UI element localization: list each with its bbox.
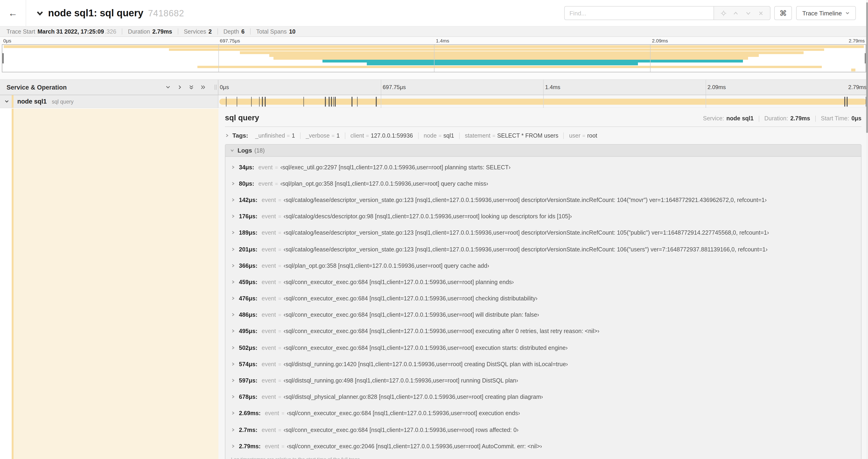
scrollbar-track[interactable] bbox=[866, 0, 868, 459]
log-row[interactable]: 459μs:event=‹sql/conn_executor_exec.go:6… bbox=[225, 273, 861, 290]
log-marker bbox=[262, 97, 263, 106]
timeline-header: Service & Operation 0μs697.75μs1.4ms2.09… bbox=[0, 79, 868, 95]
log-marker bbox=[847, 97, 847, 106]
start-time-label: Start Time: bbox=[821, 115, 849, 122]
tag-item: user=root bbox=[563, 132, 602, 139]
next-match-icon[interactable] bbox=[745, 10, 751, 16]
log-row[interactable]: 80μs:event=‹sql/plan_opt.go:358 [nsql1,c… bbox=[225, 175, 861, 191]
log-row[interactable]: 678μs:event=‹sql/distsql_physical_planne… bbox=[225, 388, 861, 405]
log-row[interactable]: 366μs:event=‹sql/plan_opt.go:358 [nsql1,… bbox=[225, 257, 861, 273]
tags-section[interactable]: Tags: _unfinished=1_verbose=1client=127.… bbox=[225, 131, 862, 139]
find-tools bbox=[714, 6, 771, 20]
log-row[interactable]: 486μs:event=‹sql/conn_executor_exec.go:6… bbox=[225, 306, 861, 323]
scrollbar-thumb[interactable] bbox=[866, 2, 868, 133]
span-collapse-toggle[interactable] bbox=[4, 99, 9, 104]
minimap-left-scrubber[interactable] bbox=[2, 53, 3, 63]
log-marker bbox=[237, 97, 237, 106]
timeline-ruler: 0μs697.75μs1.4ms2.09ms2.79ms bbox=[218, 80, 868, 95]
log-row[interactable]: 574μs:event=‹sql/distsql_running.go:1420… bbox=[225, 356, 861, 372]
tick-label: 1.4ms bbox=[545, 84, 560, 91]
log-marker bbox=[329, 97, 330, 106]
tick-label: 0μs bbox=[220, 84, 229, 91]
chevron-right-icon bbox=[231, 294, 235, 302]
column-resize-grip[interactable] bbox=[215, 85, 217, 90]
detail-indent-column bbox=[0, 109, 218, 459]
span-operation-name: sql query bbox=[52, 99, 73, 104]
tick-label: 697.75μs bbox=[220, 38, 240, 43]
minimap-zone: 0μs697.75μs1.4ms2.09ms2.79ms bbox=[0, 37, 868, 79]
duration-value: 2.79ms bbox=[790, 115, 810, 122]
chevron-right-icon bbox=[231, 376, 235, 384]
chevron-right-icon bbox=[231, 442, 235, 450]
summary-item: Depth6 bbox=[223, 28, 245, 35]
find-group bbox=[564, 6, 771, 20]
prev-match-icon[interactable] bbox=[733, 10, 739, 16]
log-row[interactable]: 2.7ms:event=‹sql/conn_executor_exec.go:6… bbox=[225, 421, 861, 437]
selected-span-highlight bbox=[13, 109, 218, 459]
log-marker bbox=[265, 97, 266, 106]
logs-footnote: Log timestamps are relative to the start… bbox=[225, 454, 861, 459]
chevron-right-icon bbox=[231, 245, 235, 253]
collapse-all-icon[interactable] bbox=[165, 85, 171, 90]
minimap-canvas[interactable] bbox=[2, 44, 866, 72]
locate-icon[interactable] bbox=[720, 10, 726, 16]
service-operation-header: Service & Operation bbox=[0, 80, 218, 95]
log-row[interactable]: 495μs:event=‹sql/conn_executor_exec.go:6… bbox=[225, 323, 861, 339]
log-marker bbox=[333, 97, 334, 106]
log-marker bbox=[844, 97, 845, 106]
jaeger-trace-page: ← node sql1: sql query7418682 ⌘ Trace Ti… bbox=[0, 0, 868, 459]
chevron-down-icon bbox=[845, 11, 850, 15]
log-marker bbox=[357, 97, 358, 106]
log-row[interactable]: 189μs:event=‹sql/catalog/lease/descripto… bbox=[225, 224, 861, 241]
trace-view-selector-button[interactable]: Trace Timeline bbox=[796, 6, 856, 20]
chevron-down-icon bbox=[4, 99, 9, 104]
tick-label: 1.4ms bbox=[436, 38, 449, 43]
summary-item: Trace StartMarch 31 2022, 17:25:09.326 bbox=[6, 28, 116, 35]
span-detail-zone: sql query Service:node sql1 Duration:2.7… bbox=[0, 109, 868, 459]
chevron-right-icon bbox=[231, 343, 235, 352]
page-title: node sql1: sql query7418682 bbox=[48, 7, 184, 19]
span-duration-bar[interactable] bbox=[219, 98, 867, 104]
expand-deep-icon[interactable] bbox=[200, 85, 206, 90]
log-row[interactable]: 201μs:event=‹sql/catalog/lease/descripto… bbox=[225, 241, 861, 257]
log-marker bbox=[376, 97, 377, 106]
log-row[interactable]: 597μs:event=‹sql/distsql_running.go:498 … bbox=[225, 372, 861, 388]
chevron-right-icon bbox=[231, 310, 235, 319]
log-row[interactable]: 2.69ms:event=‹sql/conn_executor_exec.go:… bbox=[225, 405, 861, 421]
log-marker bbox=[251, 97, 252, 106]
log-row[interactable]: 502μs:event=‹sql/conn_executor_exec.go:6… bbox=[225, 339, 861, 355]
collapse-deep-icon[interactable] bbox=[189, 85, 194, 90]
span-row-name-column: node sql1 sql query bbox=[0, 95, 218, 108]
duration-label: Duration: bbox=[765, 115, 788, 122]
detail-span-title: sql query bbox=[225, 113, 259, 122]
trace-id: 7418682 bbox=[148, 8, 184, 18]
span-row[interactable]: node sql1 sql query bbox=[0, 95, 868, 108]
back-button[interactable]: ← bbox=[0, 0, 26, 26]
chevron-right-icon bbox=[231, 212, 235, 220]
tick-label: 2.09ms bbox=[708, 84, 726, 91]
log-row[interactable]: 476μs:event=‹sql/conn_executor_exec.go:6… bbox=[225, 290, 861, 306]
collapse-trace-toggle[interactable] bbox=[36, 9, 43, 17]
command-icon: ⌘ bbox=[779, 9, 787, 18]
chevron-right-icon bbox=[231, 228, 235, 237]
keyboard-shortcuts-button[interactable]: ⌘ bbox=[774, 6, 792, 20]
log-row[interactable]: 2.79ms:event=‹sql/conn_executor_exec.go:… bbox=[225, 437, 861, 454]
service-label: Service: bbox=[703, 115, 724, 122]
log-row[interactable]: 176μs:event=‹sql/catalog/descs/descripto… bbox=[225, 208, 861, 224]
tick-label: 2.79ms bbox=[849, 38, 865, 43]
logs-list: 34μs:event=‹sql/exec_util.go:2297 [nsql1… bbox=[225, 157, 862, 459]
clear-search-icon[interactable] bbox=[757, 10, 764, 16]
tag-item: statement=SELECT * FROM users bbox=[459, 132, 563, 139]
tag-item: client=127.0.0.1:59936 bbox=[345, 132, 418, 139]
find-input[interactable] bbox=[564, 6, 714, 20]
span-row-timeline[interactable] bbox=[218, 95, 868, 108]
tags-list: _unfinished=1_verbose=1client=127.0.0.1:… bbox=[250, 132, 602, 139]
chevron-right-icon bbox=[231, 425, 235, 434]
minimap-right-scrubber[interactable] bbox=[865, 53, 866, 63]
service-color-bar bbox=[12, 95, 13, 108]
tick-label: 0μs bbox=[3, 38, 11, 43]
logs-header[interactable]: Logs (18) bbox=[225, 144, 862, 157]
expand-one-icon[interactable] bbox=[177, 85, 183, 90]
log-row[interactable]: 142μs:event=‹sql/catalog/lease/descripto… bbox=[225, 192, 861, 208]
log-row[interactable]: 34μs:event=‹sql/exec_util.go:2297 [nsql1… bbox=[225, 159, 861, 175]
